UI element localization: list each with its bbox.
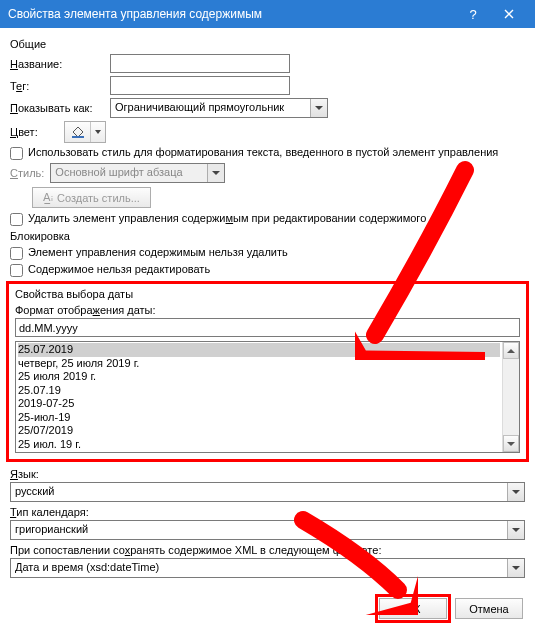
create-style-button: A̲ᵢ Создать стиль... bbox=[32, 187, 151, 208]
name-input[interactable] bbox=[110, 54, 290, 73]
xml-format-value: Дата и время (xsd:dateTime) bbox=[11, 559, 507, 577]
chevron-down-icon bbox=[507, 559, 524, 577]
chevron-down-icon bbox=[507, 521, 524, 539]
calendar-value: григорианский bbox=[11, 521, 507, 539]
style-icon: A̲ᵢ bbox=[43, 191, 53, 204]
style-value: Основной шрифт абзаца bbox=[51, 164, 207, 182]
list-item[interactable]: 25-июл-19 bbox=[18, 411, 500, 425]
color-label: Цвет: bbox=[10, 126, 64, 138]
scroll-up-icon[interactable] bbox=[503, 342, 519, 359]
date-props-header: Свойства выбора даты bbox=[15, 288, 520, 300]
ok-button[interactable]: ОК bbox=[379, 598, 447, 619]
no-edit-label: Содержимое нельзя редактировать bbox=[28, 263, 525, 275]
delete-on-edit-label: Удалить элемент управления содержимым пр… bbox=[28, 212, 525, 224]
paint-bucket-icon bbox=[65, 122, 91, 142]
style-combo: Основной шрифт абзаца bbox=[50, 163, 225, 183]
listbox-items: 25.07.2019 четверг, 25 июля 2019 г. 25 и… bbox=[16, 342, 502, 452]
cancel-button[interactable]: Отмена bbox=[455, 598, 523, 619]
group-general-label: Общие bbox=[10, 38, 525, 50]
group-locking-label: Блокировка bbox=[10, 230, 525, 242]
lang-label: Язык: bbox=[10, 468, 525, 480]
list-item[interactable]: 2019-07-25 bbox=[18, 397, 500, 411]
calendar-combo[interactable]: григорианский bbox=[10, 520, 525, 540]
dialog-footer: ОК Отмена bbox=[379, 598, 523, 619]
scroll-down-icon[interactable] bbox=[503, 435, 519, 452]
tag-label: Тег: bbox=[10, 80, 110, 92]
show-as-label: Показывать как: bbox=[10, 102, 110, 114]
name-label: Название: bbox=[10, 58, 110, 70]
use-style-checkbox[interactable] bbox=[10, 147, 23, 160]
language-combo[interactable]: русский bbox=[10, 482, 525, 502]
language-value: русский bbox=[11, 483, 507, 501]
format-label: Формат отображения даты: bbox=[15, 304, 520, 316]
show-as-value: Ограничивающий прямоугольник bbox=[111, 99, 310, 117]
calendar-label: Тип календаря: bbox=[10, 506, 525, 518]
list-item[interactable]: 25.07.2019 bbox=[18, 343, 500, 357]
chevron-down-icon bbox=[91, 122, 105, 142]
tag-input[interactable] bbox=[110, 76, 290, 95]
list-item[interactable]: четверг, 25 июля 2019 г. bbox=[18, 357, 500, 371]
titlebar: Свойства элемента управления содержимым … bbox=[0, 0, 535, 28]
chevron-down-icon bbox=[310, 99, 327, 117]
date-format-listbox[interactable]: 25.07.2019 четверг, 25 июля 2019 г. 25 и… bbox=[15, 341, 520, 453]
list-item[interactable]: 25.07.19 bbox=[18, 384, 500, 398]
list-item[interactable]: 25 июля 2019 г. bbox=[18, 370, 500, 384]
svg-rect-0 bbox=[72, 136, 84, 138]
list-item[interactable]: 25 июл. 19 г. bbox=[18, 438, 500, 452]
date-format-input[interactable] bbox=[15, 318, 520, 337]
show-as-combo[interactable]: Ограничивающий прямоугольник bbox=[110, 98, 328, 118]
close-button[interactable] bbox=[491, 0, 527, 28]
no-edit-checkbox[interactable] bbox=[10, 264, 23, 277]
close-icon bbox=[504, 9, 514, 19]
style-label: Стиль: bbox=[10, 167, 44, 179]
help-button[interactable]: ? bbox=[455, 0, 491, 28]
window-title: Свойства элемента управления содержимым bbox=[8, 7, 455, 21]
color-picker[interactable] bbox=[64, 121, 106, 143]
xml-format-label: При сопоставлении сохранять содержимое X… bbox=[10, 544, 525, 556]
date-properties-section: Свойства выбора даты Формат отображения … bbox=[6, 281, 529, 462]
chevron-down-icon bbox=[507, 483, 524, 501]
list-item[interactable]: 25/07/2019 bbox=[18, 424, 500, 438]
scrollbar[interactable] bbox=[502, 342, 519, 452]
xml-format-combo[interactable]: Дата и время (xsd:dateTime) bbox=[10, 558, 525, 578]
delete-on-edit-checkbox[interactable] bbox=[10, 213, 23, 226]
chevron-down-icon bbox=[207, 164, 224, 182]
no-delete-checkbox[interactable] bbox=[10, 247, 23, 260]
no-delete-label: Элемент управления содержимым нельзя уда… bbox=[28, 246, 525, 258]
use-style-label: Использовать стиль для форматирования те… bbox=[28, 146, 525, 158]
